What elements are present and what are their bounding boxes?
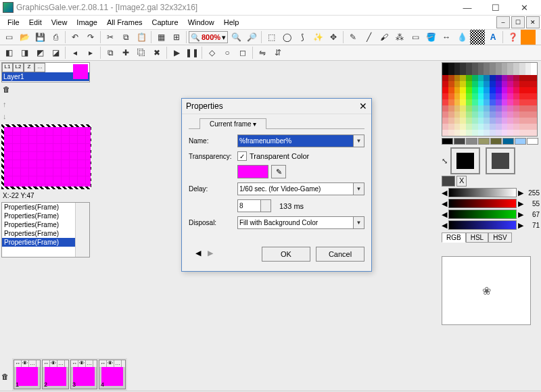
flip-v-icon[interactable]: ⇵ bbox=[270, 45, 285, 60]
zoomin-icon[interactable]: 🔍 bbox=[229, 30, 243, 45]
text-icon[interactable]: A bbox=[486, 30, 500, 45]
save-icon[interactable]: 💾 bbox=[32, 30, 47, 45]
frame-copy-icon[interactable]: ⧉ bbox=[103, 45, 118, 60]
next-frame-icon[interactable]: ▶ bbox=[208, 249, 213, 258]
undo-icon[interactable]: ↶ bbox=[68, 30, 83, 45]
frame-new-icon[interactable]: ✚ bbox=[118, 45, 133, 60]
spray-icon[interactable]: ⁂ bbox=[392, 30, 407, 45]
replace-icon[interactable]: ↔ bbox=[439, 30, 454, 45]
tab-hsl[interactable]: HSL bbox=[466, 232, 488, 243]
circle-icon[interactable]: ○ bbox=[220, 45, 235, 60]
eyedropper-icon[interactable]: ✎ bbox=[271, 165, 286, 178]
swap-icon[interactable]: ⤡ bbox=[442, 157, 448, 166]
new-icon[interactable]: ▭ bbox=[1, 30, 16, 45]
delay-spin[interactable]: 8 bbox=[237, 199, 271, 212]
down-icon[interactable]: ↓ bbox=[3, 112, 89, 120]
frame-cell[interactable]: ↔👁… 3 bbox=[70, 360, 97, 389]
menu-window[interactable]: Window bbox=[183, 16, 219, 29]
rect-icon[interactable]: ▭ bbox=[408, 30, 423, 45]
menu-edit[interactable]: Edit bbox=[24, 16, 47, 29]
picker-icon[interactable]: 💧 bbox=[454, 30, 469, 45]
menu-help[interactable]: Help bbox=[219, 16, 244, 29]
disposal-combo[interactable]: Fill with Background Color▼ bbox=[237, 216, 364, 229]
bg-color[interactable] bbox=[486, 147, 515, 174]
tri-right-icon[interactable]: ▶ bbox=[518, 189, 523, 197]
lasso-icon[interactable]: ⟆ bbox=[295, 30, 310, 45]
menu-capture[interactable]: Capture bbox=[147, 16, 183, 29]
frame-cell[interactable]: ↔👁… 1 bbox=[14, 360, 41, 389]
open-icon[interactable]: 📂 bbox=[17, 30, 32, 45]
cancel-button[interactable]: Cancel bbox=[316, 247, 364, 262]
name-input[interactable]: %framenumber%▼ bbox=[237, 134, 364, 147]
g-slider[interactable] bbox=[448, 210, 517, 219]
x-button[interactable]: X bbox=[456, 176, 467, 187]
zoom-combo[interactable]: 🔍800%▾ bbox=[189, 31, 228, 43]
cut-icon[interactable]: ✂ bbox=[103, 30, 118, 45]
transparent-checkbox[interactable]: ✓ bbox=[237, 151, 247, 161]
transparent-color[interactable] bbox=[237, 165, 268, 178]
play-icon[interactable]: ▶ bbox=[169, 45, 184, 60]
redo-icon[interactable]: ↷ bbox=[83, 30, 98, 45]
menu-file[interactable]: File bbox=[3, 16, 24, 29]
zoomout-icon[interactable]: 🔎 bbox=[244, 30, 259, 45]
paste-icon[interactable]: 📋 bbox=[134, 30, 149, 45]
last-icon[interactable]: ▸ bbox=[83, 45, 98, 60]
scrollbar[interactable] bbox=[75, 203, 89, 258]
mdi-close-icon[interactable]: ✕ bbox=[526, 16, 540, 28]
r-slider[interactable] bbox=[448, 199, 517, 208]
trash-icon[interactable]: 🗑 bbox=[3, 85, 14, 96]
minimize-button[interactable]: — bbox=[453, 0, 481, 15]
pencil-icon[interactable]: ✎ bbox=[346, 30, 360, 45]
up-icon[interactable]: ↑ bbox=[3, 100, 89, 108]
select-oval-icon[interactable]: ◯ bbox=[279, 30, 294, 45]
fg-color[interactable] bbox=[450, 147, 480, 174]
frame-del-icon[interactable]: ✖ bbox=[149, 45, 164, 60]
swatch-row[interactable] bbox=[442, 138, 540, 145]
move-icon[interactable]: ✥ bbox=[326, 30, 341, 45]
tab-rgb[interactable]: RGB bbox=[442, 232, 466, 243]
color-palette[interactable] bbox=[442, 62, 538, 137]
menu-view[interactable]: View bbox=[47, 16, 72, 29]
shape-icon[interactable]: ◻ bbox=[235, 45, 250, 60]
mdi-max-icon[interactable]: ☐ bbox=[511, 16, 525, 28]
strip-trash-icon[interactable]: 🗑 bbox=[1, 372, 12, 381]
tri-left-icon[interactable]: ◀ bbox=[442, 189, 447, 197]
snap-icon[interactable]: ⊞ bbox=[169, 30, 184, 45]
select-rect-icon[interactable]: ⬚ bbox=[264, 30, 279, 45]
prev-frame-icon[interactable]: ◀ bbox=[195, 249, 201, 258]
onion4-icon[interactable]: ◪ bbox=[48, 45, 63, 60]
line-icon[interactable]: ╱ bbox=[361, 30, 376, 45]
close-button[interactable]: ✕ bbox=[510, 0, 538, 15]
onion2-icon[interactable]: ◨ bbox=[17, 45, 32, 60]
history-list[interactable]: Properties(Frame) Properties(Frame) Prop… bbox=[1, 202, 90, 258]
help-icon[interactable]: ❓ bbox=[505, 30, 520, 45]
frame-dup-icon[interactable]: ⿻ bbox=[134, 45, 149, 60]
brush-icon[interactable]: 🖌 bbox=[377, 30, 392, 45]
menu-allframes[interactable]: All Frames bbox=[102, 16, 147, 29]
mdi-min-icon[interactable]: – bbox=[496, 16, 510, 28]
frame-cell[interactable]: ↔👁… 2 bbox=[42, 360, 69, 389]
flip-h-icon[interactable]: ⇋ bbox=[255, 45, 270, 60]
value-slider[interactable] bbox=[448, 188, 517, 197]
tab-hsv[interactable]: HSV bbox=[488, 232, 512, 243]
b-slider[interactable] bbox=[448, 220, 517, 230]
sub-swatch[interactable] bbox=[442, 176, 455, 187]
diamond-icon[interactable]: ◇ bbox=[204, 45, 219, 60]
flood-icon[interactable]: 🪣 bbox=[423, 30, 438, 45]
canvas-preview[interactable] bbox=[1, 124, 93, 189]
tab-current-frame[interactable]: Current frame ▾ bbox=[199, 118, 266, 129]
onion3-icon[interactable]: ◩ bbox=[32, 45, 47, 60]
pause-icon[interactable]: ❚❚ bbox=[185, 45, 199, 60]
dialog-close-icon[interactable]: ✕ bbox=[359, 101, 367, 112]
frame-cell[interactable]: ↔👁… 4 bbox=[99, 360, 126, 389]
copy-icon[interactable]: ⧉ bbox=[118, 30, 133, 45]
menu-image[interactable]: Image bbox=[72, 16, 102, 29]
delay-combo[interactable]: 1/60 sec. (for Video-Game)▼ bbox=[237, 182, 364, 195]
maximize-button[interactable]: ☐ bbox=[481, 0, 510, 15]
ok-button[interactable]: OK bbox=[262, 247, 310, 262]
palette-btn-icon[interactable] bbox=[521, 30, 536, 45]
onion-icon[interactable]: ◧ bbox=[1, 45, 16, 60]
grid-icon[interactable]: ▦ bbox=[154, 30, 168, 45]
wand-icon[interactable]: ✨ bbox=[310, 30, 325, 45]
dither-icon[interactable] bbox=[470, 30, 485, 45]
